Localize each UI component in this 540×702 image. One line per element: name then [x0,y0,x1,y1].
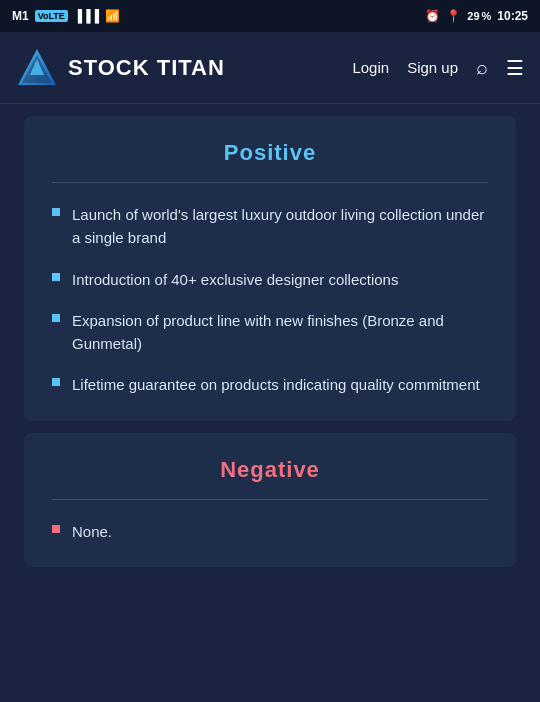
volte-badge: VoLTE [35,10,68,22]
positive-list: Launch of world's largest luxury outdoor… [52,203,488,397]
navbar: STOCK TITAN Login Sign up ⌕ ☰ [0,32,540,104]
negative-item-1: None. [72,520,112,543]
brand: STOCK TITAN [16,47,225,89]
signal-icon: ▐▐▐ [74,9,100,23]
signup-link[interactable]: Sign up [407,59,458,76]
main-content: Positive Launch of world's largest luxur… [0,116,540,567]
wifi-icon: 📶 [105,9,120,23]
brand-title: STOCK TITAN [68,55,225,81]
bullet-icon [52,314,60,322]
negative-list: None. [52,520,488,543]
carrier-text: M1 [12,9,29,23]
login-link[interactable]: Login [352,59,389,76]
status-left: M1 VoLTE ▐▐▐ 📶 [12,9,120,23]
positive-item-2: Introduction of 40+ exclusive designer c… [72,268,398,291]
list-item: None. [52,520,488,543]
list-item: Launch of world's largest luxury outdoor… [52,203,488,250]
positive-item-3: Expansion of product line with new finis… [72,309,488,356]
status-bar: M1 VoLTE ▐▐▐ 📶 ⏰ 📍 29% 10:25 [0,0,540,32]
list-item: Introduction of 40+ exclusive designer c… [52,268,488,291]
bullet-icon [52,208,60,216]
battery-percent: 29 [467,10,479,22]
menu-icon[interactable]: ☰ [506,56,524,80]
battery-indicator: 29% [467,10,491,22]
positive-item-1: Launch of world's largest luxury outdoor… [72,203,488,250]
bullet-icon [52,525,60,533]
brand-logo-icon [16,47,58,89]
location-icon: 📍 [446,9,461,23]
negative-title: Negative [52,457,488,483]
bullet-icon [52,273,60,281]
positive-section: Positive Launch of world's largest luxur… [24,116,516,421]
status-right: ⏰ 📍 29% 10:25 [425,9,528,23]
negative-divider [52,499,488,500]
alarm-icon: ⏰ [425,9,440,23]
negative-section: Negative None. [24,433,516,567]
navbar-links: Login Sign up ⌕ ☰ [352,56,524,80]
list-item: Lifetime guarantee on products indicatin… [52,373,488,396]
list-item: Expansion of product line with new finis… [52,309,488,356]
bullet-icon [52,378,60,386]
time-display: 10:25 [497,9,528,23]
positive-item-4: Lifetime guarantee on products indicatin… [72,373,480,396]
search-icon[interactable]: ⌕ [476,56,488,79]
positive-divider [52,182,488,183]
positive-title: Positive [52,140,488,166]
